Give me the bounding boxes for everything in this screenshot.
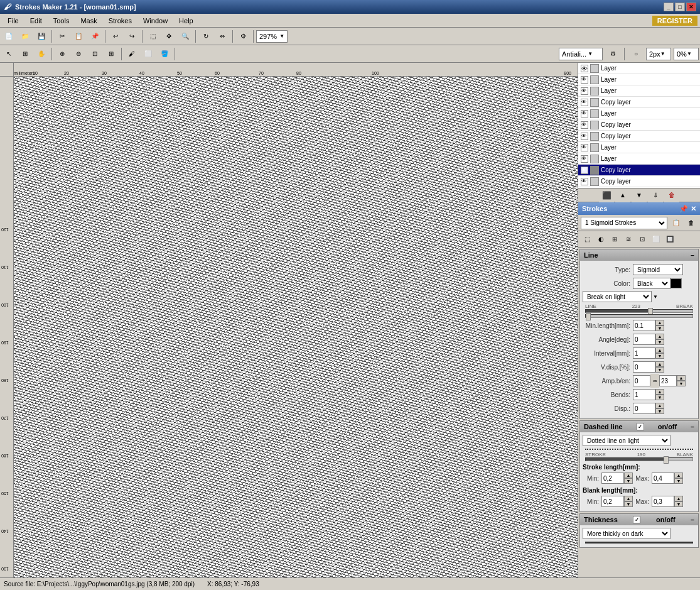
layer-row[interactable]: 👁 Layer — [578, 85, 700, 97]
spin-down[interactable]: ▼ — [655, 395, 664, 400]
layer-eye[interactable]: 👁 — [581, 178, 588, 185]
blank-max-input[interactable] — [652, 496, 674, 507]
layers-panel[interactable]: 👁 Layer 👁 Layer 👁 Layer 👁 Copy layer 👁 — [578, 63, 700, 188]
layer-eye[interactable]: 👁 — [581, 99, 588, 106]
stroke-max-spinner[interactable]: ▲ ▼ — [674, 473, 683, 484]
stroke-tool-4[interactable]: ≋ — [622, 233, 635, 246]
layer-eye[interactable]: 👁 — [581, 121, 588, 129]
layer-eye[interactable]: 👁 — [581, 76, 588, 84]
brush-tool[interactable]: 🖌 — [124, 47, 139, 61]
zoom-100-button[interactable]: ⊞ — [104, 47, 119, 61]
canvas-container[interactable]: millimeters 10 20 30 40 50 60 70 80 100 … — [0, 63, 578, 577]
spin-down[interactable]: ▼ — [655, 367, 664, 373]
stroke-copy-button[interactable]: 📋 — [670, 217, 682, 229]
undo-button[interactable]: ↩ — [108, 30, 123, 43]
spin-up[interactable]: ▲ — [655, 403, 664, 408]
layer-row[interactable]: 👁 Layer — [578, 108, 700, 119]
cut-button[interactable]: ✂ — [55, 30, 70, 43]
spin-up[interactable]: ▲ — [655, 361, 664, 367]
thickness-section-header[interactable]: Thickness ✓ on/off − — [580, 514, 698, 525]
rotate-button[interactable]: ↻ — [198, 30, 213, 43]
bends-input[interactable] — [633, 389, 655, 400]
stroke-min-input[interactable] — [601, 473, 624, 484]
line-slider-track-2[interactable] — [585, 314, 693, 318]
zoom-out-button[interactable]: ⊖ — [71, 47, 86, 61]
spin-up[interactable]: ▲ — [674, 473, 683, 478]
color-swatch[interactable] — [670, 278, 682, 288]
redo-button[interactable]: ↪ — [124, 30, 139, 43]
layer-row[interactable]: 👁 Layer — [578, 63, 700, 74]
layer-row-selected[interactable]: 👁 Copy layer — [578, 165, 700, 176]
stroke-type-select[interactable]: 1 Sigmoid Strokes — [581, 217, 667, 229]
stroke-tool-3[interactable]: ⊞ — [608, 233, 621, 246]
maximize-button[interactable]: □ — [675, 3, 685, 11]
amp-input2[interactable] — [659, 375, 677, 386]
min-length-spinner[interactable]: ▲ ▼ — [655, 320, 664, 331]
spin-down[interactable]: ▼ — [677, 381, 686, 386]
menu-strokes[interactable]: Strokes — [104, 16, 137, 26]
slider-thumb-2[interactable] — [586, 313, 591, 320]
layer-row[interactable]: 👁 Layer — [578, 74, 700, 85]
crop-tool[interactable]: ⊞ — [18, 47, 33, 61]
spin-up[interactable]: ▲ — [655, 389, 664, 395]
antialias-settings[interactable]: ⚙ — [605, 47, 620, 61]
color-select[interactable]: Black — [633, 278, 670, 289]
menu-edit[interactable]: Edit — [25, 16, 47, 26]
stroke-tool-7[interactable]: 🔲 — [664, 233, 676, 246]
menu-window[interactable]: Window — [138, 16, 173, 26]
disp-input[interactable] — [633, 403, 655, 414]
thickness-type-select[interactable]: More thickly on dark — [583, 528, 670, 539]
layer-up-button[interactable]: ▲ — [615, 188, 630, 202]
layer-row[interactable]: 👁 Copy layer — [578, 131, 700, 142]
menu-tools[interactable]: Tools — [48, 16, 75, 26]
canvas[interactable] — [14, 77, 578, 577]
strokes-close-icon[interactable]: ✕ — [691, 205, 696, 213]
stroke-delete-button[interactable]: 🗑 — [685, 217, 697, 229]
close-button[interactable]: ✕ — [686, 3, 696, 11]
open-button[interactable]: 📁 — [18, 30, 33, 43]
spin-down[interactable]: ▼ — [655, 325, 664, 331]
layer-row[interactable]: 👁 Copy layer — [578, 176, 700, 187]
eraser-tool[interactable]: ⬜ — [141, 47, 156, 61]
select-tool[interactable]: ↖ — [1, 47, 16, 61]
type-select[interactable]: Sigmoid — [633, 264, 683, 275]
bends-spinner[interactable]: ▲ ▼ — [655, 389, 664, 400]
stroke-max-input[interactable] — [652, 473, 674, 484]
save-button[interactable]: 💾 — [34, 30, 49, 43]
antialias-dropdown[interactable]: Antiali... ▼ — [559, 48, 603, 60]
spin-up[interactable]: ▲ — [674, 496, 683, 501]
spin-up[interactable]: ▲ — [655, 320, 664, 325]
fill-tool[interactable]: 🪣 — [157, 47, 172, 61]
spin-down[interactable]: ▼ — [655, 408, 664, 414]
layer-eye[interactable]: 👁 — [581, 65, 588, 72]
blank-min-spinner[interactable]: ▲ ▼ — [624, 496, 633, 507]
copy-button[interactable]: 📋 — [71, 30, 86, 43]
dashed-section-header[interactable]: Dashed line ✓ on/off − — [580, 421, 698, 432]
stroke-tool-1[interactable]: ⬚ — [581, 233, 593, 246]
dashed-slider-track[interactable] — [585, 457, 693, 461]
layer-eye[interactable]: 👁 — [581, 110, 588, 117]
settings-button[interactable]: ⚙ — [235, 30, 250, 43]
spin-up[interactable]: ▲ — [655, 347, 664, 353]
layer-eye[interactable]: 👁 — [581, 133, 588, 140]
spin-down[interactable]: ▼ — [624, 501, 633, 507]
spin-up[interactable]: ▲ — [624, 496, 633, 501]
thickness-checkbox[interactable]: ✓ — [633, 516, 640, 523]
layer-eye[interactable]: 👁 — [581, 87, 588, 95]
zoom-fit-button[interactable]: ⊡ — [87, 47, 102, 61]
register-button[interactable]: REGISTER — [652, 16, 697, 26]
interval-spinner[interactable]: ▲ ▼ — [655, 347, 664, 359]
line-section-header[interactable]: Line − — [580, 249, 698, 261]
hand-tool[interactable]: ✋ — [34, 47, 49, 61]
stroke-min-spinner[interactable]: ▲ ▼ — [624, 473, 633, 484]
stroke-tool-2[interactable]: ◐ — [595, 233, 607, 246]
dashed-collapse-icon[interactable]: − — [691, 423, 694, 430]
zoom-button[interactable]: 🔍 — [178, 30, 193, 43]
stroke-tool-5[interactable]: ⊡ — [636, 233, 649, 246]
layer-row[interactable]: 👁 Copy layer — [578, 119, 700, 131]
menu-mask[interactable]: Mask — [75, 16, 102, 26]
line-slider-track[interactable] — [585, 309, 693, 313]
menu-file[interactable]: File — [3, 16, 24, 26]
spin-down[interactable]: ▼ — [655, 339, 664, 345]
select-button[interactable]: ⬚ — [145, 30, 160, 43]
